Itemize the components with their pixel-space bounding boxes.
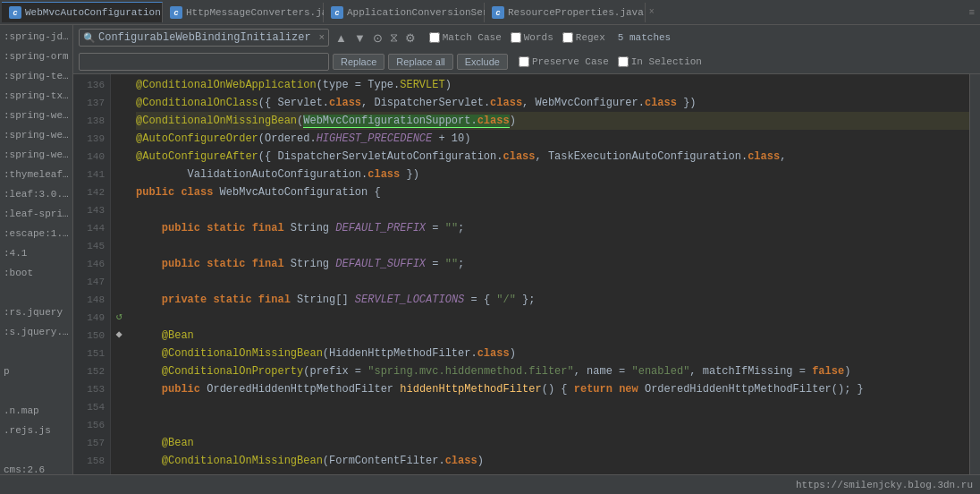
- in-selection-option[interactable]: In Selection: [618, 56, 702, 67]
- sidebar-item-14[interactable]: :rs.jquery: [0, 302, 72, 322]
- search-row2: Replace Replace all Exclude Preserve Cas…: [73, 50, 980, 73]
- sidebar-item-15[interactable]: :s.jquery.3.4.1: [0, 322, 72, 342]
- bookmark-icon-157[interactable]: ↺: [111, 307, 127, 325]
- preserve-case-checkbox[interactable]: [519, 56, 529, 67]
- content-area: 🔍 × ▲ ▼ ⊙ ⧖ ⚙ Match Case: [73, 25, 980, 474]
- sidebar-item-0[interactable]: :spring-jdbc: [0, 27, 72, 47]
- search-input-wrap[interactable]: 🔍 ×: [79, 29, 329, 47]
- words-checkbox[interactable]: [511, 32, 521, 43]
- code-line-147: [136, 273, 969, 291]
- line-num-141: 141: [73, 166, 105, 183]
- sidebar-item-19[interactable]: .n.map: [0, 401, 72, 421]
- match-case-option[interactable]: Match Case: [429, 32, 502, 43]
- status-bar: https://smilenjcky.blog.3dn.ru: [0, 474, 980, 494]
- words-option[interactable]: Words: [511, 32, 553, 43]
- sidebar-item-21: [0, 440, 72, 460]
- tab-webmvc[interactable]: c WebMvcAutoConfiguration.java ×: [2, 2, 163, 22]
- replace-btn[interactable]: Replace: [333, 54, 384, 70]
- main-layout: :spring-jdbc :spring-orm :spring-test :s…: [0, 25, 980, 474]
- tab-label-2: HttpMessageConverters.java: [186, 7, 340, 18]
- sidebar-item-9[interactable]: :leaf-spring5:3: [0, 204, 72, 224]
- line-num-136: 136: [73, 76, 105, 94]
- code-content[interactable]: @ConditionalOnWebApplication(type = Type…: [127, 74, 969, 474]
- line-num-142: 142: [73, 183, 105, 201]
- sidebar-item-1[interactable]: :spring-orm: [0, 47, 72, 66]
- sidebar-item-7[interactable]: :thymeleaf-ex: [0, 165, 72, 184]
- sidebar-item-3[interactable]: :spring-tx:4.3: [0, 86, 72, 106]
- line-num-150: 150: [73, 327, 105, 345]
- search-row2-options: Preserve Case In Selection: [519, 56, 702, 67]
- search-options: Match Case Words Regex 5 matches: [429, 32, 671, 43]
- code-line-137: @ConditionalOnClass({ Servlet.class, Dis…: [136, 94, 969, 112]
- line-num-139: 139: [73, 130, 105, 148]
- code-gutter: ↺ ◆: [111, 74, 127, 474]
- line-num-144: 144: [73, 219, 105, 237]
- preserve-case-label: Preserve Case: [532, 56, 609, 67]
- line-num-156: 156: [73, 416, 105, 434]
- line-numbers: 136 137 138 139 140 141 142 143 144 145 …: [73, 74, 111, 474]
- sidebar-item-5[interactable]: :spring-web:: [0, 125, 72, 145]
- pin-icon-157[interactable]: ◆: [111, 325, 127, 343]
- prev-match-btn[interactable]: ▲: [333, 29, 350, 47]
- tab-resourceprops[interactable]: c ResourceProperties.java ×: [485, 3, 646, 22]
- code-line-136: @ConditionalOnWebApplication(type = Type…: [136, 76, 969, 94]
- match-case-label: Match Case: [443, 32, 502, 43]
- line-num-146: 146: [73, 255, 105, 273]
- search-bar: 🔍 × ▲ ▼ ⊙ ⧖ ⚙ Match Case: [73, 25, 980, 74]
- status-url: https://smilenjcky.blog.3dn.ru: [796, 480, 973, 490]
- replace-all-btn[interactable]: Replace all: [388, 54, 452, 70]
- tab-bar: c WebMvcAutoConfiguration.java × c HttpM…: [0, 0, 980, 25]
- settings-filter-btn[interactable]: ⚙: [402, 29, 418, 47]
- match-count: 5 matches: [618, 32, 671, 43]
- search-row1: 🔍 × ▲ ▼ ⊙ ⧖ ⚙ Match Case: [73, 25, 980, 50]
- search-input[interactable]: [98, 31, 318, 44]
- tab-label-4: ResourceProperties.java: [508, 7, 644, 18]
- code-line-143: [136, 201, 969, 219]
- code-line-153: public OrderedHiddenHttpMethodFilter hid…: [136, 380, 969, 398]
- exclude-btn[interactable]: Exclude: [457, 54, 508, 70]
- code-line-144: public static final String DEFAULT_PREFI…: [136, 219, 969, 237]
- clear-search-icon[interactable]: ×: [318, 32, 325, 43]
- sidebar-item-20[interactable]: .rejs.js: [0, 421, 72, 440]
- tab-httpmsg[interactable]: c HttpMessageConverters.java ×: [163, 3, 324, 22]
- tab-close-4[interactable]: ×: [649, 7, 655, 17]
- search-icon: 🔍: [83, 32, 96, 44]
- line-num-157: 157: [73, 434, 105, 452]
- code-line-156: [136, 416, 969, 434]
- sidebar-item-13: [0, 283, 72, 302]
- preserve-case-option[interactable]: Preserve Case: [519, 56, 609, 67]
- regex-checkbox[interactable]: [562, 32, 573, 43]
- sidebar-item-18: [0, 381, 72, 401]
- regex-option[interactable]: Regex: [562, 32, 605, 43]
- line-num-145: 145: [73, 237, 105, 255]
- search-nav-btns: ▲ ▼ ⊙ ⧖ ⚙: [333, 29, 418, 47]
- sidebar-item-17[interactable]: p: [0, 362, 72, 381]
- tab-menu-btn[interactable]: ≡: [963, 4, 980, 21]
- code-line-151: @ConditionalOnMissingBean(HiddenHttpMeth…: [136, 345, 969, 362]
- replace-input[interactable]: [83, 55, 325, 68]
- sidebar-item-2[interactable]: :spring-test: [0, 66, 72, 86]
- sidebar-item-22[interactable]: cms:2.6: [0, 460, 72, 474]
- tab-appconv[interactable]: c ApplicationConversionService.class ×: [324, 3, 485, 22]
- sidebar-item-6[interactable]: :spring-web:: [0, 145, 72, 165]
- regex-label: Regex: [576, 32, 605, 43]
- line-num-147: 147: [73, 273, 105, 291]
- sidebar-item-8[interactable]: :leaf:3.0.11.RE: [0, 184, 72, 204]
- code-line-140: @AutoConfigureAfter({ DispatcherServletA…: [136, 148, 969, 166]
- replace-input-wrap[interactable]: [79, 53, 329, 71]
- sidebar-item-4[interactable]: :spring-web:: [0, 106, 72, 125]
- code-line-152: @ConditionalOnProperty(prefix = "spring.…: [136, 362, 969, 380]
- code-line-146: public static final String DEFAULT_SUFFI…: [136, 255, 969, 273]
- code-line-154: [136, 398, 969, 416]
- sidebar-item-10[interactable]: :escape:1.1.6.R: [0, 224, 72, 243]
- sidebar-item-11[interactable]: :4.1: [0, 243, 72, 263]
- match-case-checkbox[interactable]: [429, 32, 440, 43]
- in-selection-checkbox[interactable]: [618, 56, 629, 67]
- next-match-btn[interactable]: ▼: [351, 29, 368, 47]
- filter-btn[interactable]: ⧖: [387, 29, 401, 47]
- words-label: Words: [524, 32, 553, 43]
- cycle-match-btn[interactable]: ⊙: [370, 29, 385, 47]
- code-line-158: @ConditionalOnMissingBean(FormContentFil…: [136, 452, 969, 470]
- right-scrollbar[interactable]: [969, 74, 980, 474]
- sidebar-item-12[interactable]: :boot: [0, 263, 72, 283]
